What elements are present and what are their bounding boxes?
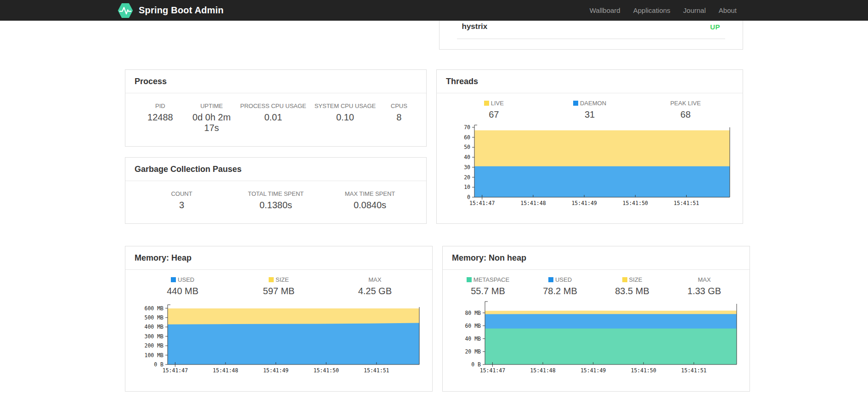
nav-link-journal[interactable]: Journal [677, 1, 712, 20]
card-title-gc: Garbage Collection Pauses [135, 165, 242, 174]
svg-text:500 MB: 500 MB [144, 314, 163, 321]
svg-text:15:41:50: 15:41:50 [314, 367, 339, 374]
svg-text:80 MB: 80 MB [465, 310, 481, 316]
stat-total-time-spent: TOTAL TIME SPENT 0.1380s [229, 190, 323, 211]
svg-text:60 MB: 60 MB [465, 323, 481, 329]
svg-text:400 MB: 400 MB [144, 324, 163, 330]
stat-size: SIZE 83.5 MB [596, 276, 668, 296]
gc-card: Garbage Collection Pauses COUNT 3 TOTAL … [125, 157, 427, 224]
nav-link-wallboard[interactable]: Wallboard [583, 1, 627, 20]
app-title: Spring Boot Admin [139, 5, 224, 16]
process-card: Process PID 12488 UPTIME 0d 0h 2m 17s PR… [125, 69, 427, 147]
nonheap-stats: METASPACE 55.7 MB USED 78.2 MB SIZE 83.5… [452, 276, 740, 296]
pulse-hexagon-logo-icon [117, 3, 134, 18]
svg-text:200 MB: 200 MB [144, 342, 163, 349]
svg-text:15:41:48: 15:41:48 [520, 200, 546, 206]
stat-cpus: CPUS 8 [381, 102, 417, 133]
brand[interactable]: Spring Boot Admin [117, 3, 224, 18]
svg-text:70: 70 [464, 124, 470, 131]
svg-text:50: 50 [464, 144, 470, 150]
stat-max-time-spent: MAX TIME SPENT 0.0840s [323, 190, 417, 211]
svg-text:20: 20 [464, 174, 470, 181]
card-title-threads: Threads [446, 77, 478, 86]
threads-card: Threads LIVE 67 DAEMON 31 PEAK LIVE 68 [436, 69, 743, 224]
size-swatch-icon [269, 277, 274, 282]
live-swatch-icon [484, 101, 489, 106]
stat-used: USED 78.2 MB [524, 276, 596, 296]
nav-links: Wallboard Applications Journal About [583, 1, 743, 20]
svg-text:15:41:49: 15:41:49 [581, 367, 606, 374]
nonheap-chart: 0 B20 MB40 MB60 MB80 MB15:41:4715:41:481… [452, 300, 740, 377]
stat-metaspace: METASPACE 55.7 MB [452, 276, 524, 296]
used-swatch-icon [171, 277, 176, 282]
svg-text:15:41:51: 15:41:51 [364, 367, 389, 374]
svg-text:15:41:50: 15:41:50 [623, 200, 648, 206]
process-stats: PID 12488 UPTIME 0d 0h 2m 17s PROCESS CP… [135, 102, 417, 133]
stat-system-cpu-usage: SYSTEM CPU USAGE 0.10 [309, 102, 381, 133]
health-item-name: hystrix [462, 22, 488, 31]
stat-peak-live: PEAK LIVE 68 [637, 100, 733, 120]
svg-text:30: 30 [464, 164, 470, 171]
metaspace-swatch-icon [467, 277, 472, 282]
threads-stats: LIVE 67 DAEMON 31 PEAK LIVE 68 [446, 100, 733, 120]
svg-text:15:41:47: 15:41:47 [469, 200, 495, 206]
stat-max: MAX 4.25 GB [327, 276, 423, 296]
stat-count: COUNT 3 [135, 190, 229, 211]
nav-link-applications[interactable]: Applications [627, 1, 677, 20]
nav-link-about[interactable]: About [712, 1, 743, 20]
stat-pid: PID 12488 [135, 102, 186, 133]
heap-chart: 0 B100 MB200 MB300 MB400 MB500 MB600 MB1… [135, 303, 423, 377]
used-swatch-icon [548, 277, 553, 282]
svg-text:10: 10 [464, 184, 470, 190]
svg-text:15:41:51: 15:41:51 [681, 367, 706, 374]
svg-text:0: 0 [467, 194, 470, 200]
empty-left-column [125, 21, 429, 50]
svg-text:15:41:51: 15:41:51 [674, 200, 699, 206]
stat-live: LIVE 67 [446, 100, 542, 120]
card-title-process: Process [135, 77, 167, 86]
svg-text:40 MB: 40 MB [465, 336, 481, 342]
heap-stats: USED 440 MB SIZE 597 MB MAX 4.25 GB [135, 276, 423, 296]
stat-used: USED 440 MB [135, 276, 231, 296]
svg-text:600 MB: 600 MB [144, 305, 163, 312]
svg-text:15:41:49: 15:41:49 [263, 367, 288, 374]
card-title-heap: Memory: Heap [135, 253, 192, 262]
svg-text:15:41:48: 15:41:48 [530, 367, 555, 374]
svg-text:15:41:50: 15:41:50 [631, 367, 656, 374]
card-title-nonheap: Memory: Non heap [452, 253, 526, 262]
svg-text:300 MB: 300 MB [144, 333, 163, 340]
svg-text:15:41:48: 15:41:48 [213, 367, 238, 374]
svg-text:60: 60 [464, 134, 470, 141]
svg-text:20 MB: 20 MB [465, 348, 481, 355]
svg-text:40: 40 [464, 154, 470, 160]
svg-text:15:41:47: 15:41:47 [163, 367, 188, 374]
svg-text:0 B: 0 B [471, 361, 481, 368]
nonheap-card: Memory: Non heap METASPACE 55.7 MB USED … [442, 246, 750, 392]
status-up-badge: UP [710, 23, 720, 31]
stat-uptime: UPTIME 0d 0h 2m 17s [186, 102, 237, 133]
heap-card: Memory: Heap USED 440 MB SIZE 597 MB MAX… [125, 246, 433, 392]
stat-process-cpu-usage: PROCESS CPU USAGE 0.01 [237, 102, 310, 133]
stat-daemon: DAEMON 31 [542, 100, 638, 120]
size-swatch-icon [622, 277, 627, 282]
svg-text:15:41:47: 15:41:47 [480, 367, 505, 374]
svg-text:100 MB: 100 MB [144, 352, 163, 359]
gc-stats: COUNT 3 TOTAL TIME SPENT 0.1380s MAX TIM… [135, 190, 417, 211]
stat-size: SIZE 597 MB [231, 276, 327, 296]
daemon-swatch-icon [573, 101, 578, 106]
threads-chart: 01020304050607015:41:4715:41:4815:41:491… [446, 124, 733, 210]
navbar: Spring Boot Admin Wallboard Applications… [0, 0, 868, 21]
svg-text:0 B: 0 B [154, 361, 163, 368]
svg-text:15:41:49: 15:41:49 [571, 200, 597, 206]
stat-max: MAX 1.33 GB [668, 276, 740, 296]
left-column: Process PID 12488 UPTIME 0d 0h 2m 17s PR… [125, 69, 427, 224]
